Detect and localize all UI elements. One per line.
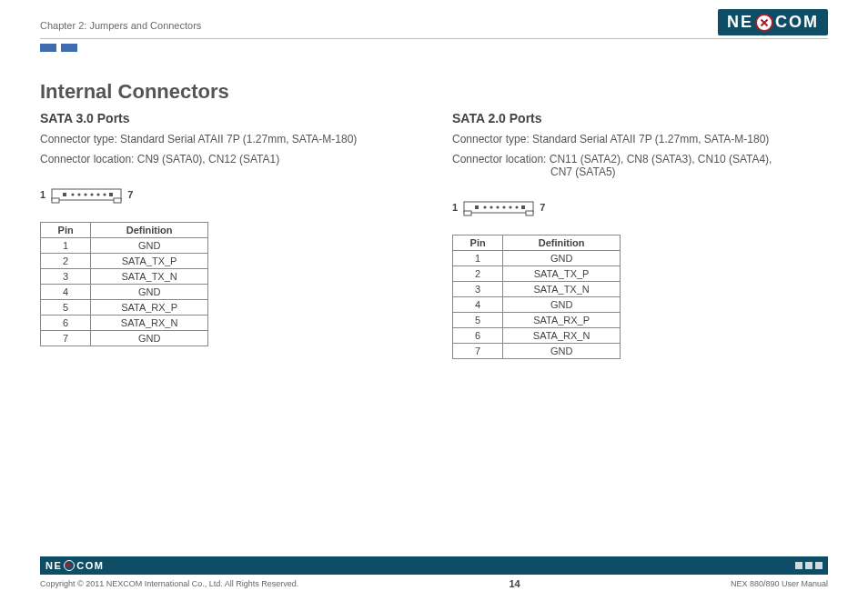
chapter-label: Chapter 2: Jumpers and Connectors bbox=[40, 20, 201, 31]
cell-definition: GND bbox=[503, 344, 621, 359]
cell-definition: SATA_TX_P bbox=[503, 266, 621, 282]
footer-bar: NE COM bbox=[40, 556, 828, 575]
table-row: 5 SATA_RX_P bbox=[41, 300, 208, 316]
manual-name: NEX 880/890 User Manual bbox=[731, 579, 828, 588]
svg-rect-12 bbox=[464, 211, 471, 215]
page-title: Internal Connectors bbox=[40, 80, 229, 104]
sub-footer: Copyright © 2011 NEXCOM International Co… bbox=[40, 578, 828, 589]
cell-definition: SATA_RX_P bbox=[503, 313, 621, 328]
cell-pin: 4 bbox=[453, 297, 503, 313]
svg-rect-21 bbox=[521, 205, 525, 209]
cell-definition: SATA_RX_P bbox=[91, 300, 208, 316]
svg-rect-14 bbox=[475, 205, 479, 209]
sata20-table-body: 1 GND 2 SATA_TX_P 3 SATA_TX_N 4 GND 5 SA… bbox=[453, 251, 621, 359]
sata20-section: SATA 2.0 Ports Connector type: Standard … bbox=[452, 111, 828, 359]
footer-decorative-blocks bbox=[795, 562, 823, 569]
sata30-section: SATA 3.0 Ports Connector type: Standard … bbox=[40, 111, 416, 359]
svg-point-19 bbox=[510, 205, 512, 208]
footer-logo-text-right: COM bbox=[76, 560, 104, 571]
diagram-pin-left-label: 1 bbox=[452, 202, 458, 213]
page: Chapter 2: Jumpers and Connectors NE COM… bbox=[0, 0, 868, 611]
table-row: 4 GND bbox=[41, 285, 208, 300]
brand-logo-x-icon bbox=[755, 14, 773, 32]
svg-point-8 bbox=[97, 193, 100, 195]
diagram-pin-right-label: 7 bbox=[127, 189, 133, 200]
cell-pin: 4 bbox=[41, 285, 91, 300]
svg-point-5 bbox=[78, 193, 81, 195]
table-row: 3 SATA_TX_N bbox=[41, 269, 208, 285]
table-row: 7 GND bbox=[41, 331, 208, 346]
diagram-pin-right-label: 7 bbox=[540, 202, 545, 213]
table-row: 1 GND bbox=[453, 251, 621, 266]
cell-pin: 6 bbox=[41, 316, 91, 331]
cell-definition: GND bbox=[91, 238, 208, 254]
cell-definition: SATA_TX_P bbox=[91, 254, 208, 269]
sata30-pin-table: Pin Definition 1 GND 2 SATA_TX_P 3 SATA_… bbox=[40, 222, 208, 346]
page-number: 14 bbox=[509, 578, 520, 589]
svg-point-9 bbox=[104, 193, 106, 195]
cell-pin: 2 bbox=[41, 254, 91, 269]
sata30-pin-diagram: 1 7 bbox=[40, 185, 416, 204]
cell-definition: SATA_TX_N bbox=[91, 269, 208, 285]
sata30-connector-location: Connector location: CN9 (SATA0), CN12 (S… bbox=[40, 151, 416, 167]
table-header-pin: Pin bbox=[41, 223, 91, 238]
svg-rect-10 bbox=[109, 193, 113, 196]
svg-rect-2 bbox=[114, 198, 121, 203]
table-row: 2 SATA_TX_P bbox=[453, 266, 621, 282]
connector-icon bbox=[463, 198, 534, 216]
svg-point-6 bbox=[85, 193, 87, 195]
cell-pin: 7 bbox=[453, 344, 503, 359]
cell-definition: SATA_RX_N bbox=[503, 328, 621, 344]
cell-definition: GND bbox=[503, 297, 621, 313]
connector-icon bbox=[51, 185, 122, 204]
cell-pin: 5 bbox=[453, 313, 503, 328]
sata20-connector-type: Connector type: Standard Serial ATAII 7P… bbox=[452, 131, 828, 147]
table-row: 3 SATA_TX_N bbox=[453, 282, 621, 297]
sata20-connector-location: Connector location: CN11 (SATA2), CN8 (S… bbox=[452, 151, 828, 167]
cell-pin: 1 bbox=[41, 238, 91, 254]
cell-definition: GND bbox=[91, 285, 208, 300]
table-row: 2 SATA_TX_P bbox=[41, 254, 208, 269]
svg-point-7 bbox=[91, 193, 94, 195]
svg-rect-1 bbox=[52, 198, 59, 203]
cell-pin: 3 bbox=[41, 269, 91, 285]
sata20-heading: SATA 2.0 Ports bbox=[452, 111, 828, 125]
footer-logo-x-icon bbox=[64, 560, 75, 571]
cell-pin: 7 bbox=[41, 331, 91, 346]
table-row: 5 SATA_RX_P bbox=[453, 313, 621, 328]
page-header: Chapter 2: Jumpers and Connectors bbox=[40, 16, 828, 44]
decorative-blocks bbox=[40, 44, 77, 52]
footer-logo: NE COM bbox=[45, 560, 104, 571]
table-row: 7 GND bbox=[453, 344, 621, 359]
sata30-connector-type: Connector type: Standard Serial ATAII 7P… bbox=[40, 131, 416, 147]
content-columns: SATA 3.0 Ports Connector type: Standard … bbox=[40, 111, 828, 359]
brand-logo-text-right: COM bbox=[775, 13, 819, 32]
svg-point-15 bbox=[484, 205, 487, 208]
table-header-pin: Pin bbox=[453, 235, 503, 251]
cell-definition: SATA_RX_N bbox=[91, 316, 208, 331]
table-header-definition: Definition bbox=[91, 223, 208, 238]
table-header-definition: Definition bbox=[503, 235, 621, 251]
diagram-pin-left-label: 1 bbox=[40, 189, 45, 200]
svg-point-16 bbox=[490, 205, 493, 208]
cell-pin: 3 bbox=[453, 282, 503, 297]
footer-logo-text-left: NE bbox=[45, 560, 62, 571]
cell-pin: 1 bbox=[453, 251, 503, 266]
table-row: 4 GND bbox=[453, 297, 621, 313]
cell-definition: SATA_TX_N bbox=[503, 282, 621, 297]
table-row: 6 SATA_RX_N bbox=[453, 328, 621, 344]
brand-logo-box: NE COM bbox=[718, 9, 828, 35]
header-rule bbox=[40, 38, 828, 39]
cell-definition: GND bbox=[503, 251, 621, 266]
sata20-pin-table: Pin Definition 1 GND 2 SATA_TX_P 3 SATA_… bbox=[452, 235, 621, 359]
copyright-text: Copyright © 2011 NEXCOM International Co… bbox=[40, 579, 298, 588]
table-row: 6 SATA_RX_N bbox=[41, 316, 208, 331]
brand-logo: NE COM bbox=[718, 9, 828, 35]
svg-point-4 bbox=[72, 193, 75, 195]
cell-definition: GND bbox=[91, 331, 208, 346]
cell-pin: 5 bbox=[41, 300, 91, 316]
svg-point-17 bbox=[497, 205, 500, 208]
svg-rect-3 bbox=[63, 193, 66, 196]
cell-pin: 2 bbox=[453, 266, 503, 282]
svg-point-20 bbox=[516, 205, 519, 208]
